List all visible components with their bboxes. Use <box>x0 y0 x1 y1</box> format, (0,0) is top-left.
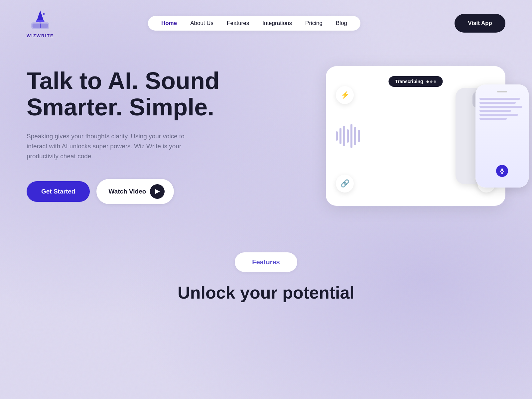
dot-1 <box>427 80 429 83</box>
phone-screen <box>475 84 529 188</box>
phone-front <box>475 84 529 188</box>
hero-heading: Talk to AI. Sound Smarter. Simple. <box>27 68 219 120</box>
nav-item-pricing[interactable]: Pricing <box>305 20 323 27</box>
header: WIZWRITE Home About Us Features Integrat… <box>0 0 532 46</box>
svg-point-7 <box>38 17 39 18</box>
loading-dots <box>427 80 436 83</box>
mic-button <box>496 165 508 177</box>
wave-bar <box>343 126 345 146</box>
wave-bar <box>347 129 349 143</box>
hero-section: Talk to AI. Sound Smarter. Simple. Speak… <box>0 46 532 232</box>
nav-item-about[interactable]: About Us <box>190 20 213 27</box>
waveform-left <box>336 124 360 148</box>
svg-rect-8 <box>501 169 503 172</box>
mic-icon <box>499 168 505 174</box>
hero-actions: Get Started Watch Video <box>27 179 219 204</box>
icon-bubble-lightning: ⚡ <box>336 86 354 104</box>
nav-item-integrations[interactable]: Integrations <box>262 20 292 27</box>
screen-text-line <box>479 114 518 116</box>
nav-item-features[interactable]: Features <box>227 20 249 27</box>
watch-video-button[interactable]: Watch Video <box>96 179 174 204</box>
svg-point-6 <box>38 15 39 16</box>
nav-item-home[interactable]: Home <box>161 20 177 27</box>
main-nav: Home About Us Features Integrations Pric… <box>148 16 360 31</box>
screen-text-line <box>479 98 520 100</box>
wave-bar <box>358 130 360 142</box>
wave-bar <box>350 124 352 148</box>
logo-name: WIZWRITE <box>27 33 54 38</box>
wave-bar <box>336 131 338 141</box>
dot-3 <box>434 80 436 83</box>
phone-notch <box>497 91 507 92</box>
logo: WIZWRITE <box>27 8 54 38</box>
features-pill: Features <box>235 252 297 272</box>
logo-icon <box>28 8 52 32</box>
nav-item-blog[interactable]: Blog <box>336 20 347 27</box>
visit-app-button[interactable]: Visit App <box>455 14 505 33</box>
hero-subtext: Speaking gives your thoughts clarity. Us… <box>27 131 186 162</box>
icon-bubble-integration: 🔗 <box>336 175 354 193</box>
phone-card: Transcribing <box>326 66 505 206</box>
transcribing-badge: Transcribing <box>388 76 443 87</box>
unlock-heading: Unlock your potential <box>178 283 354 303</box>
screen-text-line <box>479 118 507 120</box>
screen-text-line <box>479 110 511 112</box>
screen-text-line <box>479 106 522 108</box>
play-icon <box>150 184 165 199</box>
features-section: Features Unlock your potential <box>0 232 532 303</box>
screen-text-line <box>479 102 516 104</box>
wave-bar <box>339 128 341 144</box>
wave-bar <box>354 127 356 145</box>
dot-2 <box>430 80 433 83</box>
hero-text: Talk to AI. Sound Smarter. Simple. Speak… <box>27 68 219 204</box>
hero-visual: Transcribing <box>326 66 505 206</box>
get-started-button[interactable]: Get Started <box>27 181 90 202</box>
svg-rect-4 <box>36 20 44 22</box>
